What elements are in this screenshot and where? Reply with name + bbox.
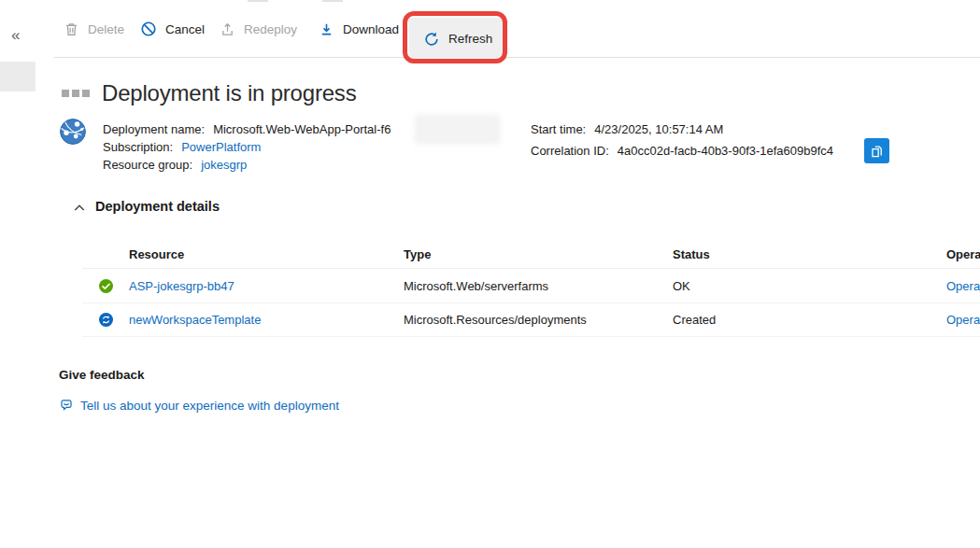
deployment-details-table: Resource Type Status Operation details A… [82, 241, 980, 337]
refresh-icon [423, 31, 440, 48]
give-feedback-title: Give feedback [59, 368, 145, 382]
redeploy-button-label: Redeploy [244, 22, 297, 36]
subscription-link[interactable]: PowerPlatform [181, 140, 261, 154]
correlation-id-value: 4a0cc02d-facb-40b3-90f3-1efa609b9fc4 [618, 144, 833, 158]
chevron-up-icon[interactable] [72, 201, 87, 216]
cancel-icon [140, 21, 157, 37]
trash-icon [64, 21, 79, 37]
subscription-label: Subscription: [103, 140, 173, 154]
start-time-row: Start time:4/23/2025, 10:57:14 AM [531, 122, 723, 137]
table-row: newWorkspaceTemplate Microsoft.Resources… [82, 303, 980, 337]
correlation-id-label: Correlation ID: [531, 144, 609, 158]
feedback-link[interactable]: Tell us about your experience with deplo… [80, 399, 339, 413]
refresh-button-label: Refresh [448, 32, 492, 46]
cancel-button[interactable]: Cancel [140, 0, 205, 58]
deployment-name-value: Microsoft.Web-WebApp-Portal-f6 [213, 122, 391, 136]
cancel-button-label: Cancel [165, 22, 205, 36]
sync-in-progress-icon [82, 313, 129, 327]
redeploy-icon [220, 21, 235, 37]
page-title: Deployment is in progress [102, 80, 356, 106]
copy-button[interactable] [864, 138, 889, 163]
column-header-operation-details: Operation details [946, 247, 980, 261]
start-time-value: 4/23/2025, 10:57:14 AM [594, 122, 723, 136]
deployment-details-title: Deployment details [95, 199, 220, 214]
table-row: ASP-jokesgrp-bb47 Microsoft.Web/serverfa… [82, 269, 980, 303]
operation-details-link[interactable]: Operation details [946, 313, 980, 327]
table-header-row: Resource Type Status Operation details [82, 241, 980, 269]
resource-type: Microsoft.Resources/deployments [404, 313, 673, 327]
redaction-blur [418, 118, 497, 141]
delete-button[interactable]: Delete [64, 0, 124, 58]
deployment-squares-icon [62, 90, 90, 97]
feedback-smiley-icon [59, 398, 74, 413]
download-icon [319, 21, 334, 37]
operation-details-link[interactable]: Operation details [946, 279, 980, 293]
resource-group-label: Resource group: [103, 158, 192, 172]
resource-link[interactable]: ASP-jokesgrp-bb47 [129, 279, 404, 293]
success-check-icon [82, 279, 129, 293]
redeploy-button[interactable]: Redeploy [220, 0, 297, 58]
delete-button-label: Delete [88, 22, 124, 36]
download-button-label: Download [343, 22, 399, 36]
correlation-id-row: Correlation ID:4a0cc02d-facb-40b3-90f3-1… [531, 144, 833, 159]
resource-status: OK [673, 279, 946, 293]
resource-status: Created [673, 313, 946, 327]
start-time-label: Start time: [531, 122, 586, 136]
collapsed-sidebar-item [0, 62, 36, 91]
resource-type: Microsoft.Web/serverfarms [404, 279, 673, 293]
collapse-double-chevron-icon[interactable]: « [11, 26, 20, 45]
column-header-resource: Resource [129, 247, 404, 261]
copy-icon [869, 143, 885, 159]
globe-deployment-icon [59, 118, 87, 146]
resource-link[interactable]: newWorkspaceTemplate [129, 313, 404, 327]
column-header-type: Type [404, 247, 673, 261]
deployment-name-row: Deployment name:Microsoft.Web-WebApp-Por… [103, 122, 391, 137]
refresh-button[interactable]: Refresh [409, 18, 506, 60]
subscription-row: Subscription:PowerPlatform [103, 140, 261, 155]
resource-group-row: Resource group:jokesgrp [103, 158, 247, 173]
resource-group-link[interactable]: jokesgrp [201, 158, 247, 172]
column-header-status: Status [673, 247, 946, 261]
deployment-name-label: Deployment name: [103, 122, 205, 136]
download-button[interactable]: Download [319, 0, 399, 58]
